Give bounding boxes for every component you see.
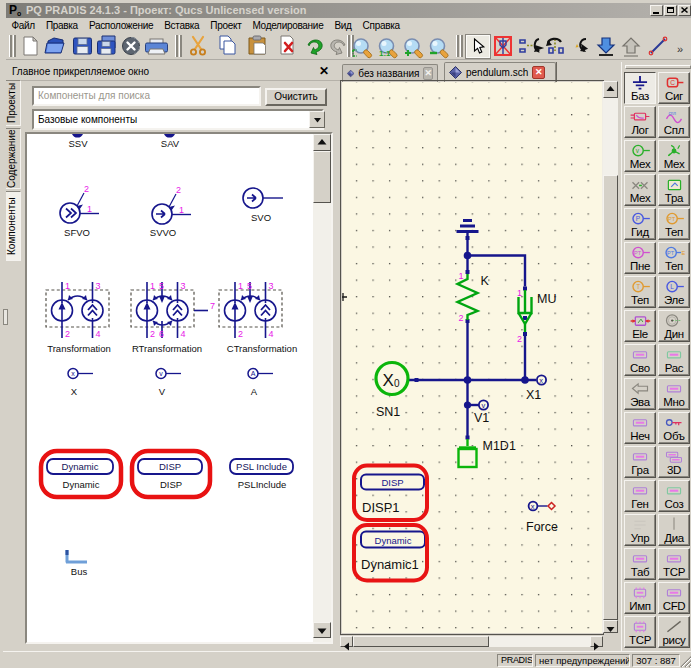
svg-text:PSL Include: PSL Include [236,461,287,472]
svg-text:4: 4 [269,329,274,339]
svg-text:4: 4 [181,329,186,339]
svg-text:4: 4 [96,329,101,339]
svg-text:SAV: SAV [161,138,180,149]
svg-text:Force: Force [526,520,558,534]
svg-text:A: A [251,370,256,377]
svg-text:3: 3 [96,281,101,291]
svg-text:x: x [539,376,543,385]
svg-text:Transformation: Transformation [47,343,111,354]
svg-text:MU: MU [537,292,556,306]
svg-text:DISP: DISP [159,461,181,472]
svg-text:2: 2 [238,329,243,339]
svg-text:V1: V1 [474,411,489,425]
svg-text:Bus: Bus [71,566,88,577]
svg-text:v: v [159,370,163,377]
svg-text:RTransformation: RTransformation [132,343,202,354]
svg-text:1: 1 [517,288,522,298]
svg-text:Dynamic: Dynamic [63,479,100,490]
svg-text:2: 2 [84,184,89,194]
svg-text:x: x [531,502,535,511]
svg-text:CTransformation: CTransformation [227,343,297,354]
svg-text:6: 6 [159,329,164,339]
svg-text:v: v [481,401,485,410]
svg-text:PSLInclude: PSLInclude [238,479,287,490]
svg-text:SN1: SN1 [376,405,400,419]
svg-text:5: 5 [247,281,252,291]
svg-text:Dynamic: Dynamic [62,461,99,472]
svg-text:A: A [251,386,258,397]
svg-text:1: 1 [238,281,243,291]
svg-text:2: 2 [176,185,181,195]
svg-text:2: 2 [65,329,70,339]
svg-text:V: V [159,386,166,397]
svg-text:K: K [481,274,490,288]
svg-text:7: 7 [210,301,215,311]
svg-text:1: 1 [179,205,184,215]
svg-text:2: 2 [150,329,155,339]
svg-text:X: X [71,386,78,397]
svg-text:Dynamic1: Dynamic1 [361,557,419,572]
svg-text:5: 5 [159,281,164,291]
svg-text:1: 1 [65,281,70,291]
svg-text:X1: X1 [526,388,541,402]
svg-text:DISP: DISP [160,479,182,490]
svg-text:2: 2 [459,313,464,323]
svg-text:1: 1 [87,204,92,214]
svg-text:X: X [383,371,394,390]
svg-text:SFVO: SFVO [64,227,90,238]
svg-text:3: 3 [269,281,274,291]
svg-text:x: x [71,370,75,377]
svg-text:2: 2 [517,334,522,344]
svg-text:»: » [677,43,683,55]
svg-text:DISP1: DISP1 [362,500,400,515]
svg-text:3: 3 [181,281,186,291]
svg-text:1:1: 1:1 [379,49,391,58]
svg-text:Dynamic: Dynamic [375,535,412,546]
svg-text:SVVO: SVVO [150,227,176,238]
svg-text:1: 1 [459,271,464,281]
svg-text:DISP: DISP [381,477,403,488]
svg-text:SSV: SSV [68,138,88,149]
svg-text:1: 1 [150,281,155,291]
svg-text:0: 0 [394,378,400,389]
svg-text:M1D1: M1D1 [483,439,516,453]
svg-text:SVO: SVO [251,212,271,223]
